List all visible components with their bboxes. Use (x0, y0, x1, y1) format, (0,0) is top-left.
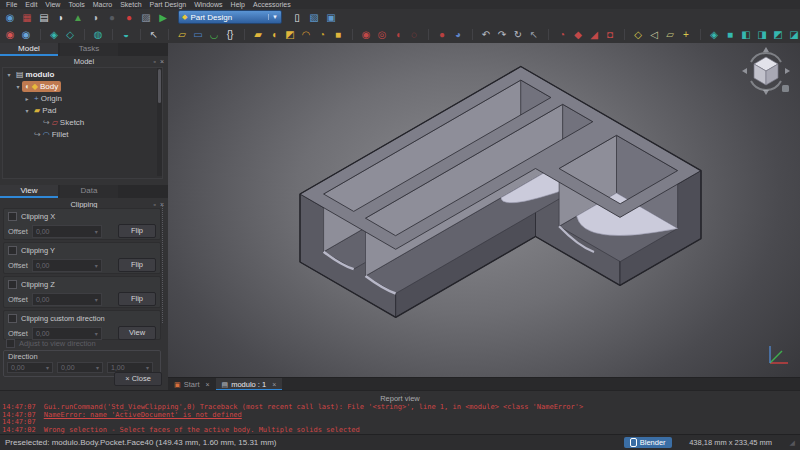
menu-item-macro[interactable]: Macro (89, 0, 116, 9)
subtractive-helix-icon[interactable]: ● (435, 28, 449, 41)
boolean-icon[interactable]: ◕ (451, 28, 465, 41)
view-rear-icon[interactable]: ◩ (771, 28, 785, 41)
3d-viewport[interactable] (168, 43, 800, 377)
expand-open-icon[interactable]: ▾ (14, 83, 22, 90)
datum-plane-icon[interactable]: ▱ (663, 28, 677, 41)
tab-model[interactable]: Model (0, 43, 58, 56)
revolution-icon[interactable]: ◖ (267, 28, 281, 41)
resize-grip-icon[interactable]: ◢ (790, 439, 795, 447)
redo-icon[interactable]: ↷ (495, 28, 509, 41)
macro-edit-icon[interactable]: ▨ (139, 11, 153, 24)
navigation-style-badge[interactable]: Blender (624, 437, 672, 448)
macro-record-icon[interactable]: ● (122, 11, 136, 24)
whats-this-icon[interactable]: ↖ (147, 28, 161, 41)
clipping-x-checkbox[interactable] (8, 212, 17, 221)
tab-view[interactable]: View (0, 185, 58, 198)
view-bottom-icon[interactable]: ◪ (787, 28, 800, 41)
datum-cs-icon[interactable]: + (679, 28, 693, 41)
clipping-custom-checkbox[interactable] (8, 314, 17, 323)
zoom-selection-icon[interactable]: ◉ (19, 28, 33, 41)
thickness-icon[interactable]: ◘ (603, 28, 617, 41)
additive-pipe-icon[interactable]: ◠ (299, 28, 313, 41)
clipping-x-flip-button[interactable]: Flip (118, 224, 156, 238)
tree-item-modulo[interactable]: ▾▤modulo (3, 68, 162, 80)
expand-closed-icon[interactable]: ▸ (23, 95, 31, 102)
new-sheet-icon[interactable]: ▯ (290, 11, 304, 24)
hole-icon[interactable]: ◎ (375, 28, 389, 41)
clipping-z-flip-button[interactable]: Flip (118, 292, 156, 306)
draw-style-icon[interactable]: ◈ (47, 28, 61, 41)
tree-item-body[interactable]: ▾◐◆Body (3, 80, 162, 92)
tree-view-icon[interactable]: ▲ (71, 11, 85, 24)
chamfer-icon[interactable]: ◆ (571, 28, 585, 41)
fillet-dressup-icon[interactable]: ◔ (555, 28, 569, 41)
person-icon[interactable]: ◑ (88, 11, 102, 24)
new-document-icon[interactable]: ▤ (37, 11, 51, 24)
clipping-custom-view-button[interactable]: View (118, 326, 156, 340)
dock-resize-handle[interactable] (162, 203, 167, 323)
primitive-box-icon[interactable]: ■ (331, 28, 345, 41)
menu-item-accessories[interactable]: Accessories (249, 0, 295, 9)
select-icon[interactable]: ↖ (527, 28, 541, 41)
menu-item-part-design[interactable]: Part Design (146, 0, 191, 9)
adjust-view-checkbox[interactable] (6, 339, 15, 348)
menu-item-help[interactable]: Help (227, 0, 249, 9)
menu-item-edit[interactable]: Edit (21, 0, 41, 9)
refresh-icon[interactable]: ↻ (511, 28, 525, 41)
menu-item-tools[interactable]: Tools (64, 0, 88, 9)
menu-item-windows[interactable]: Windows (190, 0, 226, 9)
view-front-icon[interactable]: ■ (723, 28, 737, 41)
menu-item-sketch[interactable]: Sketch (116, 0, 145, 9)
draft-icon[interactable]: ◢ (587, 28, 601, 41)
clipping-y-checkbox[interactable] (8, 246, 17, 255)
datum-point-icon[interactable]: ◇ (631, 28, 645, 41)
additive-helix-icon[interactable]: ◔ (315, 28, 329, 41)
part-bust-icon[interactable]: ◗ (54, 11, 68, 24)
clipping-z-offset-input[interactable]: 0,00▾ (32, 293, 102, 306)
close-button[interactable]: × Close (114, 372, 162, 386)
close-panel-icon[interactable]: × (160, 56, 164, 67)
view-top-icon[interactable]: ◧ (739, 28, 753, 41)
additive-loft-icon[interactable]: ◩ (283, 28, 297, 41)
expression-icon[interactable]: {} (223, 28, 237, 41)
view-iso-icon[interactable]: ◈ (707, 28, 721, 41)
tree-item-origin[interactable]: ▸+Origin (3, 92, 162, 104)
model-3d[interactable] (168, 43, 800, 377)
tab-tasks[interactable]: Tasks (60, 43, 118, 56)
appearance-icon[interactable]: ◍ (91, 28, 105, 41)
pad-icon[interactable]: ▰ (251, 28, 265, 41)
freecad-logo-icon[interactable]: ◉ (3, 11, 17, 24)
tree-item-fillet[interactable]: ↪◠Fillet (3, 128, 162, 140)
tree-item-pad[interactable]: ▾▰Pad (3, 104, 162, 116)
menu-item-file[interactable]: File (2, 0, 21, 9)
pocket-icon[interactable]: ◉ (359, 28, 373, 41)
box-view-icon[interactable]: ◇ (63, 28, 77, 41)
subtractive-loft-icon[interactable]: ◌ (407, 28, 421, 41)
dim-sphere-icon[interactable]: ● (105, 11, 119, 24)
create-sketch-icon[interactable]: ▱ (175, 28, 189, 41)
clip-plane-icon[interactable]: ◒ (119, 28, 133, 41)
tree-item-sketch[interactable]: ↪▱Sketch (3, 116, 162, 128)
undo-icon[interactable]: ↶ (479, 28, 493, 41)
validate-sketch-icon[interactable]: ◡ (207, 28, 221, 41)
save-icon[interactable]: ▣ (324, 11, 338, 24)
clipping-y-offset-input[interactable]: 0,00▾ (32, 259, 102, 272)
navigation-cube[interactable] (740, 45, 792, 97)
expand-open-icon[interactable]: ▾ (5, 71, 13, 78)
clipping-x-offset-input[interactable]: 0,00▾ (32, 225, 102, 238)
expand-open-icon[interactable]: ▾ (23, 107, 31, 114)
clipping-y-flip-button[interactable]: Flip (118, 258, 156, 272)
menu-item-view[interactable]: View (41, 0, 64, 9)
clipping-custom-offset-input[interactable]: 0,00▾ (32, 327, 102, 340)
zoom-fit-icon[interactable]: ◉ (3, 28, 17, 41)
edit-sketch-icon[interactable]: ▭ (191, 28, 205, 41)
tree-scrollbar[interactable] (157, 68, 162, 176)
macro-play-icon[interactable]: ▶ (156, 11, 170, 24)
groove-icon[interactable]: ◖ (391, 28, 405, 41)
clipping-z-checkbox[interactable] (8, 280, 17, 289)
image-icon[interactable]: ▧ (307, 11, 321, 24)
dependency-graph-icon[interactable]: ▦ (20, 11, 34, 24)
workbench-selector[interactable]: ◆ Part Design ▼ (178, 10, 282, 24)
view-right-icon[interactable]: ◨ (755, 28, 769, 41)
close-tab-icon[interactable]: × (272, 381, 276, 388)
